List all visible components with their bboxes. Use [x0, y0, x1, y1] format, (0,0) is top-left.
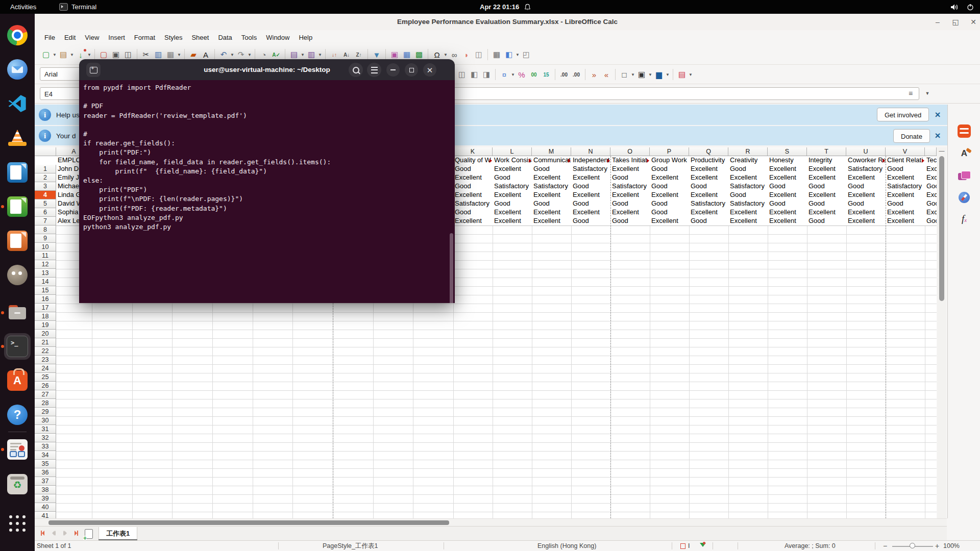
table-cell[interactable]: Excellent	[571, 208, 611, 217]
column-header-L[interactable]: L	[493, 147, 532, 156]
table-cell[interactable]: Good	[453, 208, 493, 217]
print-area-button[interactable]: ▦	[491, 48, 503, 61]
table-cell[interactable]: Satisfactory	[493, 182, 532, 191]
table-cell[interactable]: Excellent	[610, 191, 650, 200]
table-cell[interactable]: Excellent	[768, 191, 807, 200]
table-cell[interactable]: Good	[689, 217, 729, 226]
table-cell[interactable]: Good	[571, 182, 611, 191]
row-header-8[interactable]: 8	[35, 226, 56, 234]
terminal-titlebar[interactable]: user@user-virtual-machine: ~/Desktop ✕	[79, 59, 455, 80]
date-format-button[interactable]: 15	[540, 68, 552, 81]
currency-format-dropdown-icon[interactable]: ▼	[510, 68, 516, 81]
background-color-dropdown-icon[interactable]: ▼	[665, 68, 670, 81]
table-cell[interactable]: Excellent	[768, 165, 807, 174]
table-cell[interactable]: Good	[571, 199, 611, 209]
row-header-11[interactable]: 11	[35, 252, 56, 260]
terminal-minimize-button[interactable]	[386, 63, 400, 77]
table-cell[interactable]: Good	[886, 165, 925, 174]
row-header-13[interactable]: 13	[35, 269, 56, 278]
row-header-21[interactable]: 21	[35, 338, 56, 347]
document-modified-icon[interactable]	[700, 543, 706, 550]
dock-item-trash[interactable]: ♻	[4, 471, 31, 497]
table-cell[interactable]: Excellent	[846, 191, 886, 200]
border-style-button[interactable]: ▣	[635, 68, 648, 81]
row-header-16[interactable]: 16	[35, 295, 56, 304]
table-cell[interactable]: Independent	[571, 156, 611, 165]
terminal-maximize-button[interactable]	[405, 63, 418, 77]
sidebar-tab-styles[interactable]: A	[957, 146, 971, 161]
minimize-button[interactable]: –	[932, 16, 943, 28]
insert-comment-button[interactable]: ◗	[460, 48, 473, 61]
row-header-17[interactable]: 17	[35, 304, 56, 312]
table-cell[interactable]: Satisfactory	[453, 199, 493, 209]
table-cell[interactable]: Good	[689, 182, 729, 191]
sidebar-tab-navigator[interactable]	[957, 190, 971, 205]
table-cell[interactable]: Good	[728, 191, 768, 200]
table-cell[interactable]: Quality of W	[453, 156, 493, 165]
table-cell[interactable]: Honesty	[768, 156, 807, 165]
table-cell[interactable]: Satisfactory	[532, 182, 572, 191]
table-cell[interactable]: Good	[610, 173, 650, 183]
row-header-19[interactable]: 19	[35, 321, 56, 330]
percent-format-button[interactable]: %	[516, 68, 528, 81]
column-header-K[interactable]: K	[453, 147, 493, 156]
infobar-close-icon[interactable]: ×	[932, 109, 943, 120]
table-cell[interactable]: Excellent	[886, 173, 925, 183]
sidebar-tab-gallery[interactable]	[957, 169, 971, 183]
row-header-26[interactable]: 26	[35, 382, 56, 390]
table-cell[interactable]: Good	[846, 199, 886, 209]
table-cell[interactable]: Good	[925, 199, 937, 209]
row-header-29[interactable]: 29	[35, 408, 56, 416]
zoom-out-button[interactable]: −	[883, 541, 887, 551]
decrease-indent-button[interactable]: «	[600, 68, 612, 81]
table-cell[interactable]: Good	[925, 217, 937, 226]
column-header-M[interactable]: M	[532, 147, 571, 156]
column-header-R[interactable]: R	[728, 147, 768, 156]
row-header-32[interactable]: 32	[35, 434, 56, 442]
row-header-6[interactable]: 6	[35, 208, 56, 217]
table-cell[interactable]: Satisfactory	[728, 199, 768, 209]
table-cell[interactable]: Good	[728, 165, 768, 174]
row-header-27[interactable]: 27	[35, 390, 56, 399]
row-header-39[interactable]: 39	[35, 494, 56, 503]
table-cell[interactable]: Good	[650, 182, 690, 191]
corner-box[interactable]	[35, 147, 56, 156]
increase-indent-button[interactable]: »	[588, 68, 600, 81]
table-cell[interactable]: Excellent	[453, 173, 493, 183]
delete-decimal-place-button[interactable]: .00	[570, 68, 582, 81]
table-cell[interactable]: Satisfactory	[689, 199, 729, 209]
menu-help[interactable]: Help	[294, 30, 317, 45]
row-header-2[interactable]: 2	[35, 173, 56, 182]
terminal-scrollbar-thumb[interactable]	[450, 233, 453, 303]
table-cell[interactable]: Excellent	[689, 173, 729, 183]
menu-edit[interactable]: Edit	[60, 30, 80, 45]
table-cell[interactable]: Good	[610, 217, 650, 226]
terminal-close-button[interactable]: ✕	[423, 63, 436, 77]
unmerge-cells-button[interactable]: ◨	[480, 68, 493, 81]
table-cell[interactable]: Good	[846, 182, 886, 191]
menu-tools[interactable]: Tools	[237, 30, 261, 45]
menu-insert[interactable]: Insert	[104, 30, 130, 45]
column-header-N[interactable]: N	[571, 147, 610, 156]
row-header-22[interactable]: 22	[35, 347, 56, 356]
table-cell[interactable]: Excellent	[807, 191, 847, 200]
column-header-S[interactable]: S	[768, 147, 807, 156]
table-cell[interactable]: Work Consis	[493, 156, 532, 165]
terminal-search-button[interactable]	[349, 63, 363, 77]
donate-button[interactable]: Donate	[893, 129, 930, 143]
dock-item-vlc[interactable]	[4, 124, 31, 151]
table-cell[interactable]: Excellent	[925, 191, 937, 200]
table-cell[interactable]: Satisfactory	[571, 165, 611, 174]
menu-file[interactable]: File	[40, 30, 60, 45]
get-involved-button[interactable]: Get involved	[877, 108, 929, 121]
table-cell[interactable]: Good	[532, 165, 572, 174]
horizontal-scrollbar-thumb[interactable]	[48, 520, 449, 525]
border-style-dropdown-icon[interactable]: ▼	[648, 68, 653, 81]
close-button[interactable]: ✕	[968, 16, 979, 28]
row-header-3[interactable]: 3	[35, 182, 56, 191]
open-button[interactable]: ▤	[57, 48, 69, 61]
table-cell[interactable]: Good	[493, 173, 532, 183]
table-cell[interactable]: Good	[886, 199, 925, 209]
system-status-area[interactable]	[950, 0, 974, 14]
row-header-38[interactable]: 38	[35, 486, 56, 494]
